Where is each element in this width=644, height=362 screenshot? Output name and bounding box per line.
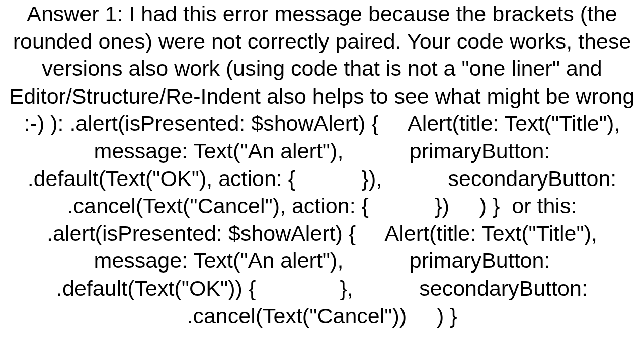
answer-text-block: Answer 1: I had this error message becau…: [0, 0, 644, 362]
answer-body: I had this error message because the bra…: [10, 2, 644, 328]
answer-prefix: Answer 1:: [27, 2, 123, 26]
